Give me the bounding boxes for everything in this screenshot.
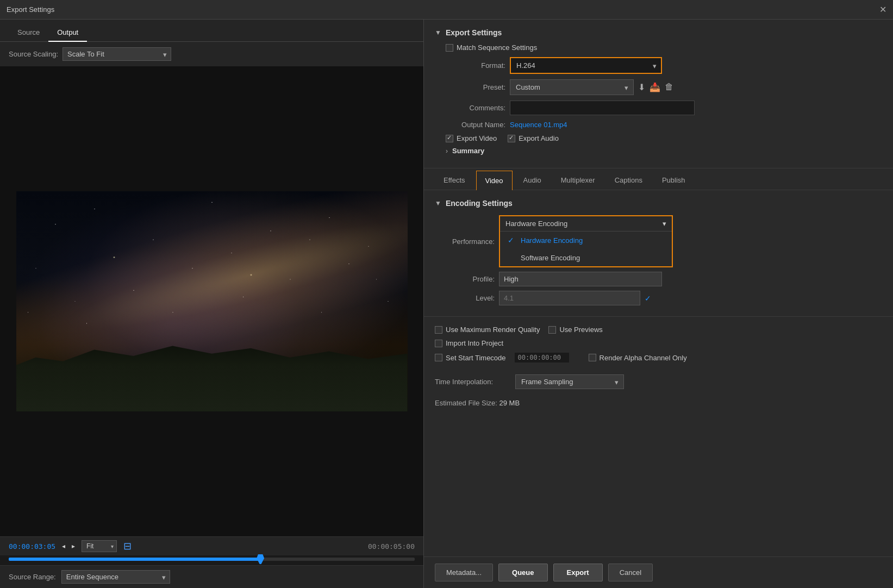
- source-range-select[interactable]: Entire Sequence Work Area Custom Range: [61, 570, 170, 584]
- export-settings-title: Export Settings: [446, 28, 502, 37]
- preview-area: [0, 66, 423, 536]
- set-start-timecode-checkbox[interactable]: [435, 354, 442, 361]
- profile-row: Profile:: [435, 272, 882, 286]
- use-previews-text: Use Previews: [559, 326, 602, 334]
- use-previews-label[interactable]: Use Previews: [548, 326, 602, 334]
- time-interpolation-row: Time Interpolation: Frame Sampling Frame…: [424, 369, 893, 395]
- source-scaling-wrapper: Scale To Fit Stretch To Fill Scale To Fi…: [63, 47, 171, 61]
- set-start-timecode-text: Set Start Timecode: [446, 354, 506, 362]
- close-button[interactable]: ✕: [879, 5, 886, 14]
- profile-input[interactable]: [499, 272, 662, 286]
- source-range-wrapper: Entire Sequence Work Area Custom Range: [61, 570, 170, 584]
- comments-label: Comments:: [446, 104, 505, 112]
- timeline-handle[interactable]: [257, 554, 264, 564]
- window-title: Export Settings: [7, 5, 54, 14]
- delete-preset-icon[interactable]: 🗑: [665, 82, 673, 92]
- next-frame-button[interactable]: ▸: [72, 542, 75, 550]
- preset-row: Preset: Custom Match Source - High bitra…: [435, 79, 882, 95]
- encoding-option-software[interactable]: Software Encoding: [500, 249, 672, 266]
- preset-select[interactable]: Custom Match Source - High bitrate YouTu…: [510, 79, 634, 95]
- fit-select-wrapper: Fit 25% 50% 100%: [82, 540, 117, 552]
- source-scaling-label: Source Scaling:: [9, 50, 58, 58]
- start-timecode-input[interactable]: [515, 353, 569, 362]
- tab-multiplexer[interactable]: Multiplexer: [552, 171, 604, 190]
- summary-title[interactable]: Summary: [452, 147, 484, 155]
- encoding-dropdown-header[interactable]: Hardware Encoding ▾: [500, 216, 672, 231]
- encoding-header: ▼ Encoding Settings: [435, 199, 882, 208]
- import-into-project-checkbox[interactable]: [435, 340, 442, 347]
- import-preset-icon[interactable]: 📥: [650, 82, 660, 92]
- output-name-link[interactable]: Sequence 01.mp4: [510, 121, 567, 129]
- estimated-file-size-label: Estimated File Size:: [435, 399, 497, 407]
- check-mark-icon: ✓: [508, 236, 516, 245]
- use-previews-checkbox[interactable]: [548, 326, 556, 334]
- tab-effects[interactable]: Effects: [435, 171, 474, 190]
- render-alpha-channel-checkbox[interactable]: [589, 354, 596, 361]
- encoding-chevron-icon: ▼: [435, 199, 441, 207]
- timeline-bar[interactable]: [9, 558, 415, 561]
- file-size-row: Estimated File Size: 29 MB: [424, 395, 893, 411]
- export-audio-label[interactable]: Export Audio: [508, 134, 559, 142]
- scrub-icon[interactable]: ⊟: [123, 540, 132, 552]
- import-into-project-label[interactable]: Import Into Project: [435, 339, 503, 347]
- source-range-row: Source Range: Entire Sequence Work Area …: [0, 565, 423, 588]
- left-tabs: Source Output: [0, 20, 423, 42]
- queue-button[interactable]: Queue: [498, 564, 547, 581]
- export-video-checkbox[interactable]: [446, 135, 453, 142]
- encoding-selected-value: Hardware Encoding: [505, 220, 567, 228]
- metadata-button[interactable]: Metadata...: [435, 564, 493, 581]
- preset-icons: ⬇ 📥 🗑: [638, 82, 673, 92]
- prev-frame-button[interactable]: ◂: [62, 542, 65, 550]
- export-audio-checkbox[interactable]: [508, 135, 515, 142]
- output-name-label: Output Name:: [446, 121, 505, 129]
- tab-video[interactable]: Video: [476, 171, 513, 190]
- tab-output[interactable]: Output: [48, 24, 87, 42]
- tab-audio[interactable]: Audio: [515, 171, 550, 190]
- render-quality-row: Use Maximum Render Quality Use Previews: [435, 326, 882, 334]
- cancel-button[interactable]: Cancel: [608, 564, 653, 581]
- save-preset-icon[interactable]: ⬇: [638, 82, 645, 92]
- time-interpolation-label: Time Interpolation:: [435, 378, 511, 386]
- export-button[interactable]: Export: [553, 564, 603, 581]
- encoding-dropdown-box: Hardware Encoding ▾ ✓ Hardware Encoding …: [499, 215, 673, 267]
- starfield-bg: [16, 191, 408, 411]
- format-select[interactable]: H.264 H.265 MPEG-4 QuickTime: [510, 57, 662, 74]
- encoding-section: ▼ Encoding Settings Performance: Hardwar…: [424, 190, 893, 314]
- max-render-quality-checkbox[interactable]: [435, 326, 442, 334]
- bottom-buttons: Metadata... Queue Export Cancel: [424, 556, 893, 588]
- divider-1: [424, 168, 893, 168]
- match-sequence-text: Match Sequence Settings: [457, 43, 537, 52]
- source-scaling-select[interactable]: Scale To Fit Stretch To Fill Scale To Fi…: [63, 47, 171, 61]
- export-video-text: Export Video: [457, 134, 497, 142]
- fit-select[interactable]: Fit 25% 50% 100%: [82, 540, 117, 552]
- preset-label: Preset:: [446, 83, 505, 91]
- profile-label: Profile:: [446, 275, 495, 283]
- level-input[interactable]: [499, 291, 640, 305]
- level-row: Level: ✓: [435, 291, 882, 305]
- tab-publish[interactable]: Publish: [653, 171, 694, 190]
- tab-source[interactable]: Source: [9, 24, 48, 41]
- match-sequence-label[interactable]: Match Sequence Settings: [446, 43, 537, 52]
- source-scaling-row: Source Scaling: Scale To Fit Stretch To …: [0, 42, 423, 66]
- format-wrapper: H.264 H.265 MPEG-4 QuickTime: [510, 57, 662, 74]
- encoding-option-hardware[interactable]: ✓ Hardware Encoding: [500, 232, 672, 249]
- max-render-quality-text: Use Maximum Render Quality: [446, 326, 540, 334]
- max-render-quality-label[interactable]: Use Maximum Render Quality: [435, 326, 540, 334]
- match-sequence-checkbox[interactable]: [446, 44, 453, 52]
- import-into-project-text: Import Into Project: [446, 339, 503, 347]
- timeline-controls: 00:00:03:05 ◂ ▸ Fit 25% 50% 100% ⊟ 00:00…: [0, 536, 423, 555]
- export-video-label[interactable]: Export Video: [446, 134, 497, 142]
- encoding-chevron-down-icon: ▾: [663, 220, 666, 228]
- level-label: Level:: [446, 294, 495, 302]
- estimated-file-size-value: 29 MB: [499, 399, 520, 407]
- video-preview: [16, 191, 408, 411]
- set-start-timecode-label[interactable]: Set Start Timecode: [435, 354, 506, 362]
- import-project-row: Import Into Project: [435, 339, 882, 347]
- render-alpha-channel-label[interactable]: Render Alpha Channel Only: [589, 354, 687, 362]
- time-interpolation-select[interactable]: Frame Sampling Frame Blending Optical Fl…: [515, 374, 624, 389]
- timecode-end: 00:00:05:00: [368, 542, 415, 551]
- performance-row: Performance: Hardware Encoding ▾ ✓ Hardw…: [435, 215, 882, 267]
- export-settings-chevron-icon: ▼: [435, 29, 441, 36]
- comments-input[interactable]: [510, 101, 695, 115]
- tab-captions[interactable]: Captions: [606, 171, 651, 190]
